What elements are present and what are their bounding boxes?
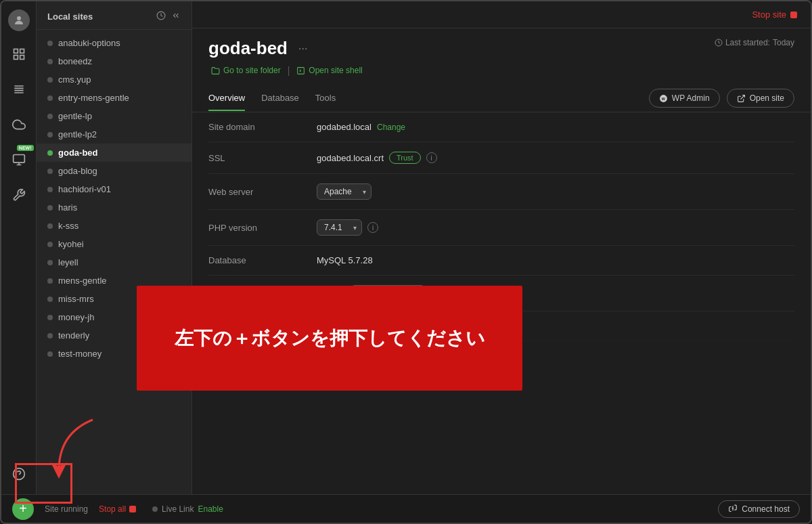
sidebar-item-k-sss[interactable]: k-sss <box>37 217 191 235</box>
trust-button[interactable]: Trust <box>389 152 421 164</box>
site-title-row: goda-bed ··· <box>208 38 365 59</box>
nav-monitor-icon[interactable]: NEW! <box>7 148 31 172</box>
sidebar-collapse-icon[interactable] <box>171 11 181 22</box>
sidebar-item-gentle-lp2[interactable]: gentle-lp2 <box>37 125 191 144</box>
site-domain-row: Site domain godabed.local Change <box>208 112 794 142</box>
tab-database[interactable]: Database <box>261 86 299 111</box>
instruction-overlay: 左下の＋ボタンを押下してください <box>137 286 522 391</box>
database-row: Database MySQL 5.7.28 <box>208 246 794 276</box>
right-top-actions: Last started: Today <box>715 38 794 47</box>
tab-tools[interactable]: Tools <box>315 86 336 111</box>
change-domain-link[interactable]: Change <box>377 123 405 132</box>
database-value: MySQL 5.7.28 <box>317 255 373 265</box>
site-item-label: money-jh <box>58 312 94 322</box>
tabs-left: OverviewDatabaseTools <box>208 86 336 110</box>
site-status-dot <box>47 41 53 46</box>
php-version-row: PHP version 7.4.1 8.0 8.1 i <box>208 210 794 246</box>
site-running-text: Site running <box>45 504 88 514</box>
database-label: Database <box>208 255 317 265</box>
site-item-label: gentle-lp2 <box>58 129 97 139</box>
sidebar-item-boneedz[interactable]: boneedz <box>37 52 191 70</box>
go-to-site-folder-link[interactable]: Go to site folder <box>208 64 284 77</box>
add-site-button[interactable]: + <box>12 498 34 520</box>
site-status-dot <box>47 260 53 265</box>
ssl-row: SSL godabed.local.crt Trust i <box>208 142 794 174</box>
sidebar-item-kyohei[interactable]: kyohei <box>37 235 191 253</box>
sidebar-item-haris[interactable]: haris <box>37 198 191 217</box>
php-info-icon[interactable]: i <box>367 222 378 233</box>
ssl-value: godabed.local.crt Trust i <box>317 152 437 164</box>
php-version-value: 7.4.1 8.0 8.1 i <box>317 219 378 236</box>
nav-extensions-icon[interactable] <box>7 183 31 207</box>
site-status-dot <box>47 351 53 357</box>
sidebar-item-anabuki-options[interactable]: anabuki-options <box>37 34 191 52</box>
site-item-label: gentle-lp <box>58 111 92 121</box>
nav-stack-icon[interactable] <box>7 77 31 102</box>
web-server-select[interactable]: Apache nginx <box>317 183 371 200</box>
site-status-dot <box>47 114 53 119</box>
live-link-section: Live Link Enable <box>152 504 223 514</box>
svg-rect-4 <box>20 56 24 60</box>
site-item-label: anabuki-options <box>58 38 120 48</box>
svg-line-15 <box>740 95 744 99</box>
site-status-dot <box>47 169 53 174</box>
sidebar-history-icon[interactable] <box>156 11 166 22</box>
app-frame: NEW! Local sites <box>0 0 812 524</box>
site-status-dot <box>47 59 53 64</box>
sidebar-item-entry-mens-gentle[interactable]: entry-mens-gentle <box>37 89 191 107</box>
site-item-label: mens-gentle <box>58 276 107 286</box>
web-server-row: Web server Apache nginx <box>208 174 794 210</box>
stop-site-button[interactable]: Stop site <box>752 9 797 20</box>
open-site-shell-link[interactable]: Open site shell <box>294 64 365 77</box>
connect-host-button[interactable]: Connect host <box>718 500 800 518</box>
stop-all-button[interactable]: Stop all <box>99 504 136 514</box>
sidebar-item-cms.yup[interactable]: cms.yup <box>37 70 191 89</box>
site-item-label: cms.yup <box>58 74 91 85</box>
site-status-dot <box>47 150 53 156</box>
ssl-info-icon[interactable]: i <box>426 152 437 163</box>
site-status-dot <box>47 333 53 339</box>
nav-cloud-icon[interactable] <box>7 112 31 137</box>
site-item-label: goda-blog <box>58 166 97 176</box>
more-options-button[interactable]: ··· <box>294 41 311 56</box>
open-site-button[interactable]: Open site <box>727 89 794 108</box>
php-version-label: PHP version <box>208 223 317 233</box>
sidebar-item-gentle-lp[interactable]: gentle-lp <box>37 107 191 125</box>
nav-sites-icon[interactable] <box>7 42 31 66</box>
sidebar-item-leyell[interactable]: leyell <box>37 253 191 271</box>
site-status-dot <box>47 223 53 229</box>
web-server-select-wrapper: Apache nginx <box>317 183 371 200</box>
site-item-label: goda-bed <box>58 148 98 158</box>
site-item-label: k-sss <box>58 221 78 231</box>
sidebar-item-goda-bed[interactable]: goda-bed <box>37 144 191 162</box>
wp-admin-button[interactable]: W WP Admin <box>649 89 720 108</box>
sidebar-list: anabuki-optionsboneedzcms.yupentry-mens-… <box>37 30 191 494</box>
web-server-label: Web server <box>208 187 317 197</box>
site-status-dot <box>47 297 53 302</box>
svg-rect-1 <box>14 49 18 53</box>
sidebar-controls <box>156 11 181 22</box>
site-status-dot <box>47 315 53 320</box>
avatar[interactable] <box>8 9 30 31</box>
site-item-label: kyohei <box>58 239 84 249</box>
pipe-divider: | <box>288 65 290 76</box>
tab-overview[interactable]: Overview <box>208 86 245 111</box>
top-bar: Stop site <box>192 1 811 28</box>
site-header-area: goda-bed ··· Go to site folder | Open si… <box>192 28 811 85</box>
php-version-select[interactable]: 7.4.1 8.0 8.1 <box>317 219 362 236</box>
svg-text:W: W <box>662 96 666 100</box>
enable-live-link-button[interactable]: Enable <box>198 504 223 514</box>
stop-all-icon <box>129 506 136 512</box>
icon-rail: NEW! <box>1 1 37 494</box>
main-content: Stop site goda-bed ··· Go to site folder <box>192 1 811 494</box>
site-status-dot <box>47 278 53 284</box>
site-item-label: leyell <box>58 257 78 267</box>
sidebar-item-goda-blog[interactable]: goda-blog <box>37 162 191 180</box>
svg-rect-2 <box>20 49 24 53</box>
sidebar-header: Local sites <box>37 1 191 30</box>
sidebar-item-hachidori-v01[interactable]: hachidori-v01 <box>37 180 191 198</box>
sidebar: Local sites anabuki-optionsboneedzcms.yu… <box>37 1 192 494</box>
new-badge: NEW! <box>17 145 34 151</box>
site-actions: Go to site folder | Open site shell <box>208 64 365 77</box>
nav-help-icon[interactable] <box>7 462 31 486</box>
